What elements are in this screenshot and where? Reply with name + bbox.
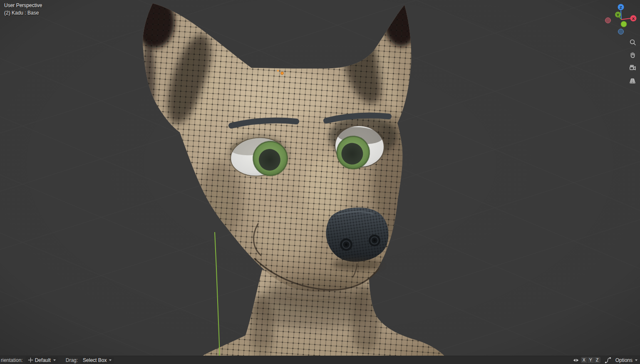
axis-y-label: Y	[617, 12, 620, 17]
hand-icon	[629, 52, 636, 59]
drag-label: Drag:	[66, 357, 78, 363]
camera-view-button[interactable]	[627, 62, 638, 73]
chevron-down-icon	[109, 359, 112, 361]
viewport-footer: rientation: Default Drag: Select Box X Y…	[0, 356, 640, 364]
axis-z-negative[interactable]	[618, 29, 624, 35]
orientation-label: rientation:	[1, 357, 23, 363]
axis-z-positive[interactable]: Z	[618, 4, 624, 10]
falloff-icon	[605, 357, 611, 364]
select-mode-dropdown[interactable]: Select Box	[80, 357, 114, 364]
mirror-x-toggle[interactable]: X	[581, 357, 587, 363]
navigation-gizmo[interactable]: Z Y X	[601, 1, 639, 37]
orientation-value: Default	[35, 357, 51, 363]
camera-icon	[629, 64, 636, 72]
select-mode-value: Select Box	[83, 357, 107, 363]
chevron-down-icon	[53, 359, 56, 361]
axis-y-negative[interactable]	[621, 21, 627, 27]
zoom-button[interactable]	[627, 37, 638, 47]
orthographic-grid-icon	[629, 77, 636, 84]
axis-z-label: Z	[620, 5, 622, 10]
orientation-axes-icon	[28, 357, 33, 363]
left-nostril	[340, 238, 352, 251]
options-dropdown[interactable]: Options	[615, 357, 638, 363]
origin-point[interactable]	[281, 72, 283, 74]
viewport-tool-column	[627, 37, 638, 86]
chevron-down-icon	[635, 359, 638, 361]
mirror-z-toggle[interactable]: Z	[594, 357, 600, 363]
right-nostril	[369, 235, 380, 246]
mirror-icon	[573, 357, 579, 364]
viewport-3d[interactable]	[0, 0, 640, 364]
zoom-icon	[629, 39, 636, 46]
options-label: Options	[615, 357, 633, 363]
mirror-button[interactable]	[572, 357, 580, 364]
falloff-button[interactable]	[604, 357, 612, 364]
axis-x-positive[interactable]: X	[630, 15, 637, 22]
mirror-axis-toggles: X Y Z	[581, 357, 600, 363]
move-view-button[interactable]	[627, 50, 638, 60]
orthographic-toggle-button[interactable]	[627, 75, 638, 86]
footer-right-group: X Y Z Options	[572, 357, 640, 364]
orientation-dropdown[interactable]: Default	[25, 357, 58, 364]
axis-y-positive[interactable]: Y	[615, 12, 621, 17]
selected-vertex[interactable]	[277, 70, 279, 72]
axis-x-negative[interactable]	[605, 18, 611, 23]
mirror-y-toggle[interactable]: Y	[588, 357, 594, 363]
axis-x-label: X	[632, 16, 635, 21]
